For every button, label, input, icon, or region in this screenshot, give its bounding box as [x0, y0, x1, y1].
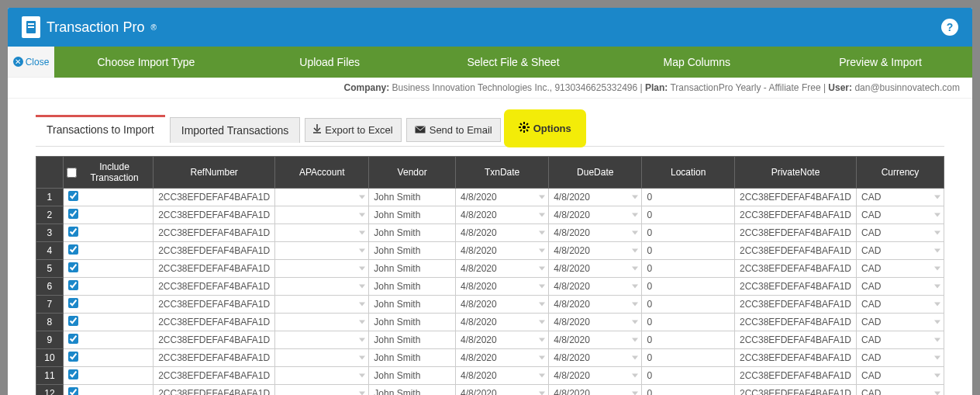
apaccount-cell[interactable] [275, 349, 369, 367]
location-cell[interactable]: 0 [642, 189, 735, 206]
txndate-cell[interactable]: 4/8/2020 [455, 296, 548, 314]
include-checkbox[interactable] [68, 191, 78, 201]
duedate-cell[interactable]: 4/8/2020 [549, 349, 642, 367]
vendor-cell[interactable]: John Smith [369, 224, 456, 242]
step-select-file-sheet[interactable]: Select File & Sheet [422, 47, 606, 78]
refnumber-cell[interactable]: 2CC38EFDEFAF4BAFA1D [154, 331, 275, 349]
duedate-cell[interactable]: 4/8/2020 [549, 242, 642, 260]
vendor-cell[interactable]: John Smith [369, 385, 456, 396]
vendor-cell[interactable]: John Smith [369, 206, 456, 224]
refnumber-cell[interactable]: 2CC38EFDEFAF4BAFA1D [154, 189, 275, 206]
step-preview-import[interactable]: Preview & Import [788, 47, 972, 78]
vendor-cell[interactable]: John Smith [369, 367, 456, 385]
include-checkbox[interactable] [68, 280, 78, 290]
txndate-cell[interactable]: 4/8/2020 [455, 314, 548, 331]
include-checkbox[interactable] [68, 298, 78, 308]
privatenote-cell[interactable]: 2CC38EFDEFAF4BAFA1D [734, 367, 856, 385]
col-location[interactable]: Location [642, 157, 735, 189]
currency-cell[interactable]: CAD [857, 385, 944, 396]
txndate-cell[interactable]: 4/8/2020 [455, 260, 548, 278]
vendor-cell[interactable]: John Smith [369, 314, 456, 331]
txndate-cell[interactable]: 4/8/2020 [455, 189, 548, 206]
privatenote-cell[interactable]: 2CC38EFDEFAF4BAFA1D [734, 314, 856, 331]
vendor-cell[interactable]: John Smith [369, 331, 456, 349]
step-choose-import-type[interactable]: Choose Import Type [54, 47, 238, 78]
refnumber-cell[interactable]: 2CC38EFDEFAF4BAFA1D [154, 349, 275, 367]
include-cell[interactable] [63, 206, 153, 224]
txndate-cell[interactable]: 4/8/2020 [455, 242, 548, 260]
refnumber-cell[interactable]: 2CC38EFDEFAF4BAFA1D [154, 278, 275, 296]
currency-cell[interactable]: CAD [857, 189, 944, 206]
currency-cell[interactable]: CAD [857, 314, 944, 331]
privatenote-cell[interactable]: 2CC38EFDEFAF4BAFA1D [734, 331, 856, 349]
privatenote-cell[interactable]: 2CC38EFDEFAF4BAFA1D [734, 260, 856, 278]
col-vendor[interactable]: Vendor [369, 157, 456, 189]
include-cell[interactable] [63, 278, 153, 296]
close-button[interactable]: ✕ Close [8, 47, 54, 78]
include-checkbox[interactable] [68, 369, 78, 379]
include-cell[interactable] [63, 189, 153, 206]
export-to-excel-button[interactable]: Export to Excel [305, 118, 401, 142]
txndate-cell[interactable]: 4/8/2020 [455, 331, 548, 349]
vendor-cell[interactable]: John Smith [369, 349, 456, 367]
refnumber-cell[interactable]: 2CC38EFDEFAF4BAFA1D [154, 296, 275, 314]
apaccount-cell[interactable] [275, 296, 369, 314]
privatenote-cell[interactable]: 2CC38EFDEFAF4BAFA1D [734, 349, 856, 367]
vendor-cell[interactable]: John Smith [369, 242, 456, 260]
location-cell[interactable]: 0 [642, 260, 735, 278]
currency-cell[interactable]: CAD [857, 224, 944, 242]
duedate-cell[interactable]: 4/8/2020 [549, 296, 642, 314]
include-checkbox[interactable] [68, 262, 78, 272]
location-cell[interactable]: 0 [642, 278, 735, 296]
duedate-cell[interactable]: 4/8/2020 [549, 331, 642, 349]
txndate-cell[interactable]: 4/8/2020 [455, 224, 548, 242]
privatenote-cell[interactable]: 2CC38EFDEFAF4BAFA1D [734, 224, 856, 242]
currency-cell[interactable]: CAD [857, 349, 944, 367]
refnumber-cell[interactable]: 2CC38EFDEFAF4BAFA1D [154, 242, 275, 260]
location-cell[interactable]: 0 [642, 349, 735, 367]
txndate-cell[interactable]: 4/8/2020 [455, 278, 548, 296]
currency-cell[interactable]: CAD [857, 242, 944, 260]
include-checkbox[interactable] [68, 334, 78, 344]
location-cell[interactable]: 0 [642, 367, 735, 385]
privatenote-cell[interactable]: 2CC38EFDEFAF4BAFA1D [734, 206, 856, 224]
vendor-cell[interactable]: John Smith [369, 278, 456, 296]
privatenote-cell[interactable]: 2CC38EFDEFAF4BAFA1D [734, 385, 856, 396]
include-cell[interactable] [63, 314, 153, 331]
include-all-checkbox[interactable] [67, 168, 77, 178]
privatenote-cell[interactable]: 2CC38EFDEFAF4BAFA1D [734, 189, 856, 206]
duedate-cell[interactable]: 4/8/2020 [549, 260, 642, 278]
location-cell[interactable]: 0 [642, 314, 735, 331]
apaccount-cell[interactable] [275, 331, 369, 349]
col-duedate[interactable]: DueDate [549, 157, 642, 189]
currency-cell[interactable]: CAD [857, 367, 944, 385]
currency-cell[interactable]: CAD [857, 296, 944, 314]
apaccount-cell[interactable] [275, 385, 369, 396]
apaccount-cell[interactable] [275, 189, 369, 206]
privatenote-cell[interactable]: 2CC38EFDEFAF4BAFA1D [734, 242, 856, 260]
include-cell[interactable] [63, 224, 153, 242]
txndate-cell[interactable]: 4/8/2020 [455, 349, 548, 367]
vendor-cell[interactable]: John Smith [369, 296, 456, 314]
txndate-cell[interactable]: 4/8/2020 [455, 367, 548, 385]
include-checkbox[interactable] [68, 352, 78, 362]
step-map-columns[interactable]: Map Columns [605, 47, 788, 78]
vendor-cell[interactable]: John Smith [369, 189, 456, 206]
include-cell[interactable] [63, 296, 153, 314]
tab-imported-transactions[interactable]: Imported Transactions [170, 117, 301, 143]
col-currency[interactable]: Currency [857, 157, 944, 189]
privatenote-cell[interactable]: 2CC38EFDEFAF4BAFA1D [734, 296, 856, 314]
duedate-cell[interactable]: 4/8/2020 [549, 367, 642, 385]
help-button[interactable]: ? [941, 19, 958, 36]
currency-cell[interactable]: CAD [857, 260, 944, 278]
duedate-cell[interactable]: 4/8/2020 [549, 224, 642, 242]
send-to-email-button[interactable]: Send to Email [406, 118, 501, 142]
location-cell[interactable]: 0 [642, 224, 735, 242]
privatenote-cell[interactable]: 2CC38EFDEFAF4BAFA1D [734, 278, 856, 296]
duedate-cell[interactable]: 4/8/2020 [549, 206, 642, 224]
currency-cell[interactable]: CAD [857, 206, 944, 224]
refnumber-cell[interactable]: 2CC38EFDEFAF4BAFA1D [154, 224, 275, 242]
col-txndate[interactable]: TxnDate [455, 157, 548, 189]
currency-cell[interactable]: CAD [857, 278, 944, 296]
apaccount-cell[interactable] [275, 278, 369, 296]
